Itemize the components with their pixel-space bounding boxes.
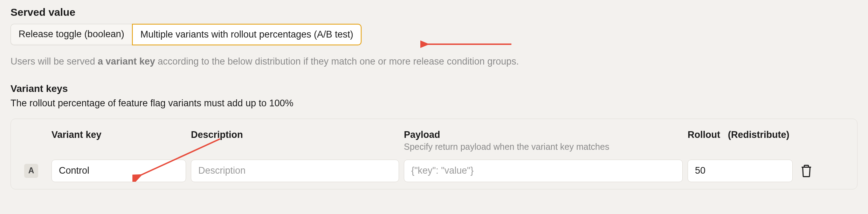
option-release-toggle[interactable]: Release toggle (boolean) xyxy=(11,24,132,45)
variant-keys-panel: Variant key Description Payload Specify … xyxy=(11,119,857,189)
variant-header-row: Variant key Description Payload Specify … xyxy=(24,129,844,152)
variant-key-input[interactable] xyxy=(51,160,186,182)
variant-row: A xyxy=(24,160,844,182)
col-description: Description xyxy=(191,129,404,140)
variant-payload-input[interactable] xyxy=(404,160,683,182)
help-bold: a variant key xyxy=(98,56,155,67)
trash-icon xyxy=(800,164,813,178)
delete-variant-button[interactable] xyxy=(797,161,815,181)
served-value-title: Served value xyxy=(11,6,857,18)
served-value-toggle: Release toggle (boolean) Multiple varian… xyxy=(11,24,361,45)
help-prefix: Users will be served xyxy=(11,56,98,67)
variant-description-input[interactable] xyxy=(191,160,399,182)
col-rollout: Rollout xyxy=(688,129,720,140)
served-value-help: Users will be served a variant key accor… xyxy=(11,55,857,68)
option-multi-variant[interactable]: Multiple variants with rollout percentag… xyxy=(132,24,362,45)
redistribute-button[interactable]: (Redistribute) xyxy=(728,129,790,140)
help-suffix: according to the below distribution if t… xyxy=(155,56,519,67)
col-payload-sub: Specify return payload when the variant … xyxy=(404,142,688,152)
variant-badge: A xyxy=(24,164,38,178)
variant-keys-title: Variant keys xyxy=(11,83,857,94)
variant-keys-help: The rollout percentage of feature flag v… xyxy=(11,98,857,109)
annotation-arrow-1 xyxy=(420,37,515,51)
col-payload: Payload xyxy=(404,129,688,140)
variant-rollout-input[interactable] xyxy=(688,160,793,182)
col-variant-key: Variant key xyxy=(51,129,191,140)
